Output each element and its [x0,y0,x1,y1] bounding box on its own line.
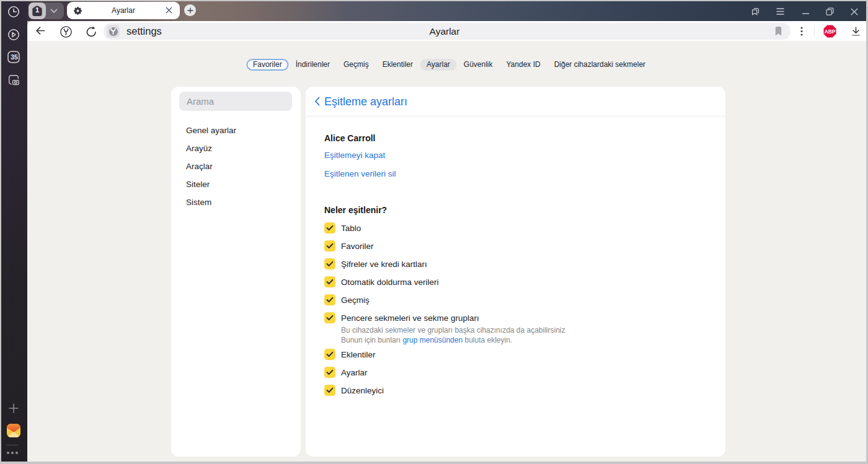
svg-text:ABP: ABP [825,28,836,35]
